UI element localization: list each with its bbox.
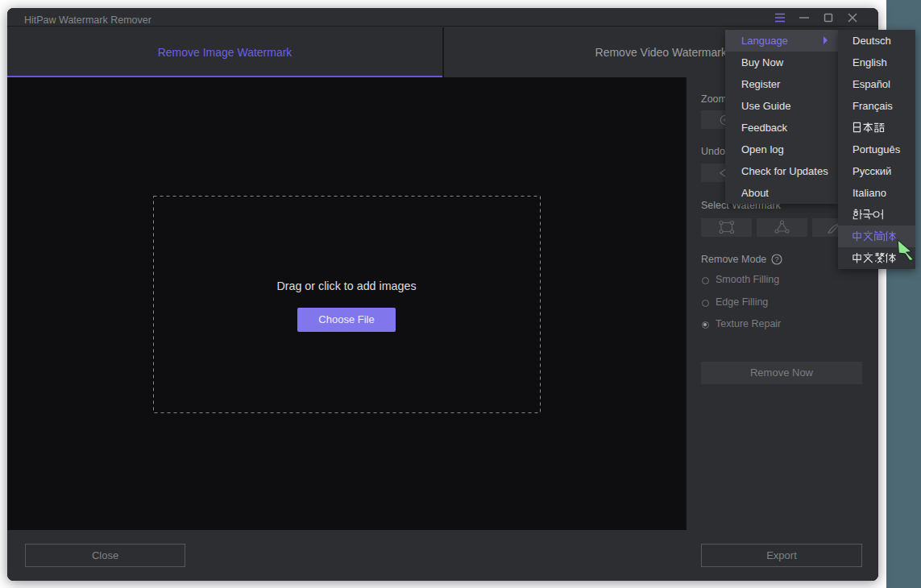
svg-text:?: ? xyxy=(774,255,778,263)
